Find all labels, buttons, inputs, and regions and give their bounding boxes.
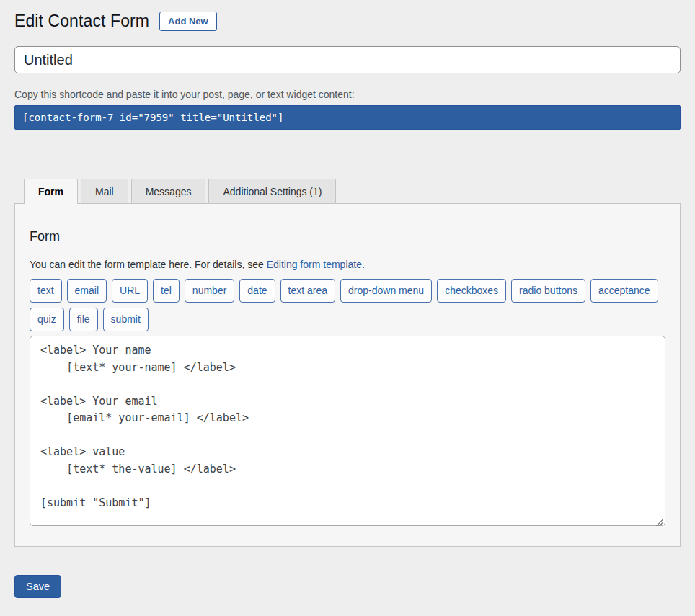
tab-form[interactable]: Form bbox=[24, 179, 78, 204]
tag-button-email[interactable]: email bbox=[67, 279, 107, 303]
tag-generator-buttons: text email URL tel number date text area… bbox=[30, 279, 664, 331]
tag-button-tel[interactable]: tel bbox=[153, 279, 180, 303]
editor-tab-bar: Form Mail Messages Additional Settings (… bbox=[14, 179, 681, 203]
tag-button-file[interactable]: file bbox=[69, 308, 98, 331]
contact-form-editor: Form Mail Messages Additional Settings (… bbox=[14, 179, 681, 547]
tab-messages[interactable]: Messages bbox=[131, 179, 206, 203]
editing-form-template-link[interactable]: Editing form template bbox=[267, 259, 362, 270]
tag-button-radio-buttons[interactable]: radio buttons bbox=[511, 279, 585, 303]
tag-button-url[interactable]: URL bbox=[112, 279, 148, 303]
tag-button-acceptance[interactable]: acceptance bbox=[590, 279, 658, 303]
tag-button-quiz[interactable]: quiz bbox=[30, 308, 64, 331]
form-panel: Form You can edit the form template here… bbox=[14, 203, 681, 547]
page-header: Edit Contact Form Add New bbox=[14, 10, 681, 31]
tag-button-checkboxes[interactable]: checkboxes bbox=[437, 279, 506, 303]
page-title: Edit Contact Form bbox=[14, 12, 149, 31]
description-text-before: You can edit the form template here. For… bbox=[30, 259, 267, 270]
edit-contact-form-page: Edit Contact Form Add New Copy this shor… bbox=[0, 0, 695, 598]
tag-button-text-area[interactable]: text area bbox=[280, 279, 335, 303]
form-template-container: <label> Your name [text* your-name] </la… bbox=[30, 336, 665, 529]
form-title-input[interactable] bbox=[14, 46, 681, 73]
tab-mail[interactable]: Mail bbox=[81, 179, 128, 203]
tab-additional-settings[interactable]: Additional Settings (1) bbox=[208, 179, 336, 203]
tag-button-date[interactable]: date bbox=[239, 279, 275, 303]
form-panel-description: You can edit the form template here. For… bbox=[30, 259, 665, 270]
form-template-textarea[interactable]: <label> Your name [text* your-name] </la… bbox=[30, 336, 665, 526]
tag-button-number[interactable]: number bbox=[185, 279, 234, 303]
tag-button-drop-down-menu[interactable]: drop-down menu bbox=[340, 279, 432, 303]
add-new-button[interactable]: Add New bbox=[159, 12, 217, 31]
tag-button-submit[interactable]: submit bbox=[103, 308, 149, 331]
form-panel-heading: Form bbox=[30, 229, 665, 244]
shortcode-description: Copy this shortcode and paste it into yo… bbox=[14, 89, 681, 100]
shortcode-field[interactable]: [contact-form-7 id="7959" title="Untitle… bbox=[14, 105, 681, 130]
description-text-after: . bbox=[362, 259, 365, 270]
save-button[interactable]: Save bbox=[14, 575, 61, 598]
tag-button-text[interactable]: text bbox=[30, 279, 62, 303]
